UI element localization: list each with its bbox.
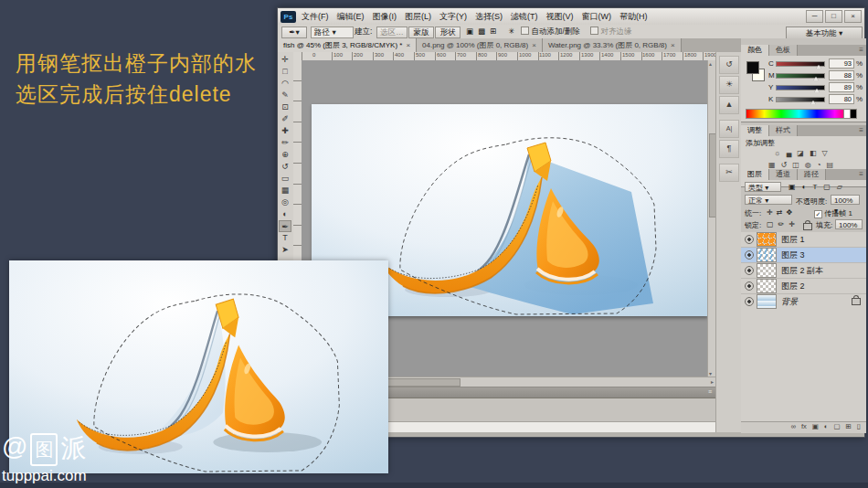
path-mode-select[interactable]: 路径 ▾: [311, 27, 354, 38]
scroll-up-icon[interactable]: ▴: [709, 60, 712, 67]
maximize-button[interactable]: □: [825, 10, 842, 23]
exposure-icon[interactable]: ◧: [810, 149, 822, 157]
filter-kind-select[interactable]: 类型 ▾: [745, 182, 781, 192]
path-align-icon[interactable]: ▩: [478, 27, 490, 36]
panel-menu-icon[interactable]: ≡: [859, 170, 863, 178]
tool-marquee[interactable]: □: [279, 66, 291, 78]
tab-color[interactable]: 颜色: [741, 45, 769, 56]
tab-layers[interactable]: 图层: [741, 169, 769, 180]
tool-lasso[interactable]: ◠: [279, 78, 291, 90]
unify-visibility-icon[interactable]: ⇄: [777, 208, 787, 217]
lock-pixels-icon[interactable]: ✏: [778, 220, 789, 228]
adjustment-layer-icon[interactable]: ◐: [824, 422, 829, 430]
brightness-icon[interactable]: ☼: [774, 149, 786, 157]
paragraph-panel-icon[interactable]: ¶: [719, 140, 739, 158]
layer-row-2[interactable]: 图层 2: [741, 279, 866, 294]
checkbox-icon[interactable]: [590, 27, 598, 35]
layer-thumbnail[interactable]: [757, 294, 777, 309]
tab-swatches[interactable]: 色板: [769, 45, 798, 56]
filter-type-icon[interactable]: T: [812, 183, 823, 191]
tool-dodge[interactable]: ◐: [279, 208, 291, 220]
layer-thumbnail[interactable]: [757, 248, 777, 262]
layer-mask-icon[interactable]: ▣: [812, 422, 819, 430]
tool-history-brush[interactable]: ↺: [279, 161, 291, 173]
unify-position-icon[interactable]: ✛: [767, 208, 777, 217]
tool-crop[interactable]: ⊡: [279, 101, 291, 113]
propagate-checkbox[interactable]: ✓ 传播帧 1: [814, 208, 852, 218]
tool-move[interactable]: ✛: [279, 54, 291, 66]
color-balance-icon[interactable]: ↺: [780, 161, 792, 169]
black-slider[interactable]: [776, 97, 825, 102]
tool-gradient[interactable]: ▦: [279, 185, 291, 196]
fill-field[interactable]: 100% ▾: [835, 219, 863, 229]
photo-filter-icon[interactable]: ◍: [805, 161, 817, 169]
gear-icon[interactable]: ✳: [508, 27, 514, 37]
history-panel-icon[interactable]: ↺: [719, 56, 739, 74]
layer-row-2-copy[interactable]: 图层 2 副本: [741, 263, 866, 279]
tab-adjustments[interactable]: 调整: [741, 125, 769, 136]
tool-clone-stamp[interactable]: ⊕: [279, 149, 291, 161]
menu-item-help[interactable]: 帮助(H): [619, 11, 648, 23]
lock-position-icon[interactable]: ✛: [789, 220, 799, 228]
menu-item-image[interactable]: 图像(I): [373, 11, 397, 23]
hue-icon[interactable]: ▦: [768, 161, 781, 169]
visibility-eye-icon[interactable]: [745, 297, 754, 306]
scroll-down-icon[interactable]: ▾: [709, 370, 712, 377]
make-mask-button[interactable]: 蒙版: [408, 27, 434, 38]
color-spectrum-bar[interactable]: [746, 109, 852, 119]
panel-menu-icon[interactable]: ≡: [708, 388, 712, 395]
tab-channels[interactable]: 通道: [769, 169, 798, 180]
tool-type[interactable]: T: [279, 232, 291, 244]
make-selection-button[interactable]: 选区…: [376, 27, 408, 38]
layer-row-3[interactable]: 图层 3: [741, 248, 866, 263]
tool-path-selection[interactable]: ➤: [279, 244, 291, 256]
layer-thumbnail[interactable]: [757, 232, 777, 247]
visibility-eye-icon[interactable]: [745, 250, 754, 260]
visibility-eye-icon[interactable]: [745, 235, 754, 244]
menu-item-select[interactable]: 选择(S): [475, 11, 503, 23]
filter-shape-icon[interactable]: ▢: [823, 183, 837, 191]
foreground-color-swatch[interactable]: [746, 61, 759, 74]
filter-smart-icon[interactable]: ▱: [837, 183, 849, 191]
filter-image-icon[interactable]: ▣: [789, 183, 802, 191]
scroll-right-icon[interactable]: ▸: [711, 378, 714, 385]
tool-brush[interactable]: ✏: [279, 137, 291, 149]
make-shape-button[interactable]: 形状: [435, 27, 460, 38]
menu-item-view[interactable]: 视图(V): [546, 11, 574, 23]
close-icon[interactable]: ×: [671, 41, 675, 49]
vibrance-icon[interactable]: ▽: [821, 149, 832, 157]
visibility-eye-icon[interactable]: [745, 281, 754, 291]
curves-icon[interactable]: ◪: [797, 149, 810, 157]
visibility-eye-icon[interactable]: [745, 266, 754, 275]
close-icon[interactable]: ×: [532, 41, 536, 49]
cyan-slider-thumb[interactable]: [816, 65, 821, 69]
tool-blur[interactable]: ◎: [279, 196, 291, 208]
close-icon[interactable]: ×: [406, 41, 410, 49]
lookup-icon[interactable]: ▤: [827, 161, 840, 169]
scissors-panel-icon[interactable]: ✂: [719, 164, 739, 182]
path-operations-icons[interactable]: ▣▩⊞: [466, 27, 501, 37]
auto-add-delete-checkbox[interactable]: 自动添加/删除: [521, 27, 580, 37]
lock-all-icon[interactable]: [803, 223, 812, 230]
properties-panel-icon[interactable]: ☀: [719, 76, 739, 94]
menu-item-type[interactable]: 文字(Y): [439, 11, 467, 23]
checkbox-icon[interactable]: [521, 27, 529, 35]
panel-menu-icon[interactable]: ≡: [859, 126, 863, 134]
unify-style-icon[interactable]: ✥: [786, 208, 796, 217]
channel-mixer-icon[interactable]: ◔: [817, 161, 827, 169]
yellow-value[interactable]: 89: [829, 82, 854, 92]
layer-group-icon[interactable]: ▢: [833, 422, 840, 430]
checkbox-checked-icon[interactable]: ✓: [814, 210, 822, 218]
layer-style-icon[interactable]: fx: [801, 422, 807, 430]
align-edges-checkbox[interactable]: 对齐边缘: [590, 27, 631, 37]
tool-preset-picker[interactable]: ✒▾: [281, 27, 307, 38]
layer-thumbnail[interactable]: [757, 263, 777, 278]
layer-row-1[interactable]: 图层 1: [741, 232, 866, 248]
delete-layer-icon[interactable]: ▯: [857, 422, 861, 430]
menu-item-file[interactable]: 文件(F): [302, 11, 329, 23]
menu-item-layer[interactable]: 图层(L): [405, 11, 431, 23]
new-layer-icon[interactable]: ⊞: [846, 422, 852, 430]
menu-item-window[interactable]: 窗口(W): [582, 11, 612, 23]
cyan-value[interactable]: 93: [829, 58, 854, 69]
info-panel-icon[interactable]: ▲: [719, 96, 739, 114]
